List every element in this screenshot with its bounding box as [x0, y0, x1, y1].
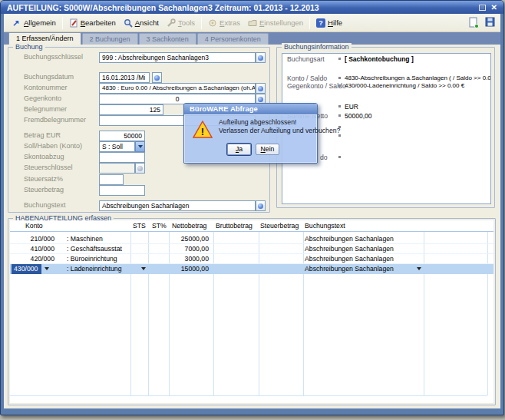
- menu-item-bearbeiten[interactable]: Bearbeiten: [65, 17, 120, 29]
- edit-page-icon: [69, 18, 78, 28]
- sollhaben-field[interactable]: S : Soll: [99, 141, 135, 152]
- content-area: Buchung Buchungsschlüssel 999 : Abschrei…: [4, 45, 500, 408]
- grid-line: [10, 395, 487, 396]
- konto-saldo-label: Konto / Saldo: [287, 74, 327, 82]
- gegenkonto-saldo-value: 430/000-Ladeneinrichtung / Saldo >> 0.00…: [345, 82, 464, 89]
- tab-strip: 1 Erfassen/Ändern 2 Buchungen 3 Sachkont…: [4, 32, 500, 45]
- table-row[interactable]: 410/000 : Geschäftsausstat 7000,00 Absch…: [10, 244, 493, 254]
- dropdown-arrow-icon[interactable]: [141, 267, 146, 270]
- window-close-icon[interactable]: ✕: [491, 4, 497, 12]
- steuerbetrag-label: Steuerbetrag: [24, 186, 64, 193]
- buchungstext-cell: Abschreibungen Sachanlagen: [305, 235, 394, 243]
- new-document-icon[interactable]: [469, 17, 478, 26]
- col-nettobetrag[interactable]: Nettobetrag: [172, 222, 206, 230]
- col-steuerbetrag[interactable]: Steuerbetrag: [260, 222, 299, 230]
- buchungstext-cell: Abschreibungen Sachanlagen: [305, 265, 394, 273]
- konto-cell: 210/000: [10, 235, 54, 243]
- steuersatz-label: Steuersatz%: [24, 175, 63, 183]
- menu-item-einstellungen: Einstellungen: [244, 17, 307, 29]
- buchungstext-cell: Abschreibungen Sachanlagen: [305, 255, 394, 263]
- netto-cell: 3000,00: [169, 255, 209, 263]
- table-row[interactable]: 420/000 : Büroeinrichtung 3000,00 Abschr…: [10, 254, 493, 264]
- steuerschluessel-field: [99, 163, 135, 174]
- dialog-titlebar[interactable]: BüroWARE Abfrage: [184, 104, 317, 114]
- buchungsdatum-field[interactable]: 16.01.2013 /Mi: [99, 72, 150, 83]
- col-stprozent[interactable]: ST%: [152, 222, 167, 230]
- buchungsschluessel-label: Buchungsschlüssel: [24, 53, 83, 61]
- steuersatz-field[interactable]: [99, 174, 124, 185]
- bullet-icon: [338, 134, 341, 137]
- konto-cell: 410/000: [10, 245, 54, 253]
- menu-item-allgemein[interactable]: ↗ Allgemein: [8, 17, 60, 29]
- save-icon[interactable]: [485, 17, 494, 26]
- application-window: AUFTEILUNG: S000W/Abschreibungen Sachanl…: [0, 0, 504, 415]
- habenaufteilung-groupbox: HABENAUFTEILUNG erfassen Konto STS ST% N…: [8, 218, 496, 405]
- partial-label: do: [320, 154, 328, 161]
- kontoname-cell: : Büroeinrichtung: [67, 255, 117, 263]
- bueroware-abfrage-dialog: BüroWARE Abfrage ! Aufteilung abgeschlos…: [183, 103, 318, 164]
- fremdbelegnummer-label: Fremdbelegnummer: [24, 116, 86, 124]
- kontoname-cell: : Geschäftsausstat: [67, 245, 122, 253]
- table-header: Konto STS ST% Nettobetrag Bruttobetrag S…: [10, 220, 493, 232]
- skontoabzug-field[interactable]: [99, 152, 145, 163]
- window-restore-icon[interactable]: [479, 5, 486, 11]
- dropdown-arrow-icon[interactable]: [45, 267, 49, 270]
- buchungsart-label: Buchungsart: [287, 55, 325, 63]
- bullet-icon: [338, 77, 341, 79]
- col-sts[interactable]: STS: [133, 222, 146, 230]
- dialog-message: Aufteilung abgeschlossen! Verlassen der …: [219, 118, 340, 134]
- menu-item-hilfe[interactable]: ? Hilfe: [312, 17, 346, 29]
- col-konto[interactable]: Konto: [25, 222, 43, 230]
- belegnummer-label: Belegnummer: [24, 105, 67, 113]
- table-row[interactable]: 210/000 : Maschinen 25000,00 Abschreibun…: [10, 234, 493, 244]
- warning-icon: !: [193, 121, 213, 142]
- bullet-icon: [338, 156, 341, 158]
- magnifier-icon: [124, 18, 133, 28]
- tab-buchungen[interactable]: 2 Buchungen: [82, 33, 138, 45]
- steuerschluessel-label: Steuerschlüssel: [24, 164, 73, 171]
- sollhaben-label: Soll/Haben (Konto): [24, 142, 82, 150]
- buchungstext-field[interactable]: Abschreibungen Sachanlagen: [99, 200, 256, 211]
- yes-button[interactable]: Ja: [227, 144, 251, 155]
- menu-item-extras: Extras: [204, 17, 244, 29]
- wrench-icon: [167, 18, 176, 28]
- buchungsdatum-dropdown-button[interactable]: [152, 72, 162, 83]
- dialog-message-line1: Aufteilung abgeschlossen!: [219, 118, 340, 127]
- tab-personenkonten[interactable]: 4 Personenkonten: [197, 33, 269, 45]
- col-buchungstext[interactable]: Buchungstext: [305, 222, 345, 230]
- aufteilung-table: Konto STS ST% Nettobetrag Bruttobetrag S…: [10, 220, 493, 403]
- buchungsschluessel-dropdown-button[interactable]: [256, 52, 266, 63]
- svg-text:!: !: [201, 126, 204, 137]
- toolbar-separator: [62, 17, 63, 29]
- no-button[interactable]: Nein: [256, 144, 279, 155]
- buchungstext-dropdown-button[interactable]: [256, 200, 266, 211]
- kontonummer-field[interactable]: 4830 : Euro 0.00 / Abschreibungen a.Sach…: [99, 83, 256, 94]
- tab-sachkonten[interactable]: 3 Sachkonten: [139, 33, 196, 45]
- menu-item-tools: Tools: [163, 17, 199, 29]
- toolbar-separator: [201, 17, 202, 29]
- buchungsschluessel-field[interactable]: 999 : Abschreibungen Sachanlagen3: [99, 52, 256, 63]
- col-bruttobetrag[interactable]: Bruttobetrag: [216, 222, 252, 230]
- steuerbetrag-field[interactable]: [99, 185, 145, 196]
- gegenkonto-label: Gegenkonto: [24, 94, 61, 102]
- summe-netto-value: 50000,00: [345, 112, 371, 120]
- kontonummer-dropdown-button[interactable]: [256, 83, 266, 94]
- sollhaben-dropdown-button[interactable]: [135, 141, 145, 152]
- buchungstext-label: Buchungstext: [24, 201, 66, 209]
- betrag-field[interactable]: 50000: [99, 131, 145, 141]
- belegnummer-field[interactable]: 125: [99, 104, 163, 115]
- titlebar[interactable]: AUFTEILUNG: S000W/Abschreibungen Sachanl…: [1, 1, 503, 14]
- window-title: AUFTEILUNG: S000W/Abschreibungen Sachanl…: [7, 3, 479, 12]
- bullet-icon: [338, 105, 341, 107]
- bullet-icon: [338, 114, 341, 117]
- waehrung-value: EUR: [345, 103, 358, 111]
- konto-edit-cell[interactable]: 430/000: [12, 264, 41, 274]
- netto-cell: 15000,00: [169, 265, 209, 273]
- menu-item-ansicht[interactable]: Ansicht: [120, 17, 163, 29]
- table-row-selected[interactable]: 430/000 : Ladeneinrichtung 15000,00 Absc…: [10, 264, 493, 274]
- steuerschluessel-dropdown-button: [135, 163, 145, 174]
- betrag-label: Betrag EUR: [24, 131, 61, 139]
- dropdown-arrow-icon[interactable]: [417, 267, 421, 270]
- kontonummer-label: Kontonummer: [24, 84, 68, 91]
- netto-cell: 25000,00: [169, 235, 209, 243]
